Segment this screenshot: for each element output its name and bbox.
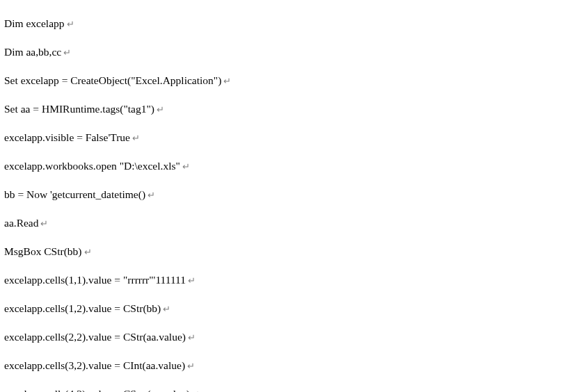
code-line: Dim excelapp↵ — [4, 17, 561, 31]
return-mark-icon: ↵ — [188, 332, 196, 343]
code-line: excelapp.cells(3,2).value = CInt(aa.valu… — [4, 359, 561, 373]
return-mark-icon: ↵ — [148, 190, 155, 200]
code-line: excelapp.cells(1,1).value = "rrrrrr"'111… — [4, 273, 561, 288]
code-line: Set aa = HMIRuntime.tags("tag1")↵ — [4, 102, 561, 117]
return-mark-icon: ↵ — [132, 133, 140, 143]
code-line: excelapp.workbooks.open "D:\excel.xls"↵ — [4, 159, 561, 174]
return-mark-icon: ↵ — [40, 218, 48, 229]
code-text: aa.Read — [4, 217, 38, 229]
return-mark-icon: ↵ — [182, 161, 190, 172]
code-line: excelapp.cells(2,2).value = CStr(aa.valu… — [4, 330, 561, 345]
code-line: aa.Read↵ — [4, 216, 561, 231]
return-mark-icon: ↵ — [192, 389, 200, 392]
code-text: Dim excelapp — [4, 17, 65, 29]
code-line: excelapp.cells(4,2).value = CSng(aa.valu… — [4, 387, 561, 392]
code-text: MsgBox CStr(bb) — [4, 245, 82, 257]
return-mark-icon: ↵ — [223, 76, 231, 86]
code-text: bb = Now 'getcurrent_datetime() — [4, 188, 145, 200]
return-mark-icon: ↵ — [157, 104, 164, 115]
code-line: Set excelapp = CreateObject("Excel.Appli… — [4, 74, 561, 88]
code-line: bb = Now 'getcurrent_datetime()↵ — [4, 188, 561, 202]
return-mark-icon: ↵ — [163, 304, 170, 314]
code-text: excelapp.workbooks.open "D:\excel.xls" — [4, 160, 180, 172]
return-mark-icon: ↵ — [67, 19, 74, 29]
code-block: Dim excelapp↵ Dim aa,bb,cc↵ Set excelapp… — [0, 0, 565, 392]
return-mark-icon: ↵ — [63, 47, 71, 58]
return-mark-icon: ↵ — [187, 361, 195, 371]
code-text: Dim aa,bb,cc — [4, 46, 61, 58]
code-line: Dim aa,bb,cc↵ — [4, 45, 561, 60]
code-text: excelapp.cells(1,1).value = "rrrrrr"'111… — [4, 274, 186, 286]
code-text: Set excelapp = CreateObject("Excel.Appli… — [4, 74, 221, 86]
code-text: excelapp.cells(1,2).value = CStr(bb) — [4, 302, 161, 314]
return-mark-icon: ↵ — [188, 275, 196, 286]
code-line: MsgBox CStr(bb)↵ — [4, 245, 561, 259]
return-mark-icon: ↵ — [84, 247, 92, 257]
code-line: excelapp.visible = False'True↵ — [4, 131, 561, 145]
code-text: Set aa = HMIRuntime.tags("tag1") — [4, 103, 154, 115]
code-text: excelapp.visible = False'True — [4, 131, 130, 143]
code-text: excelapp.cells(4,2).value = CSng(aa.valu… — [4, 388, 190, 392]
code-text: excelapp.cells(2,2).value = CStr(aa.valu… — [4, 331, 186, 343]
code-text: excelapp.cells(3,2).value = CInt(aa.valu… — [4, 359, 185, 371]
code-line: excelapp.cells(1,2).value = CStr(bb)↵ — [4, 302, 561, 316]
